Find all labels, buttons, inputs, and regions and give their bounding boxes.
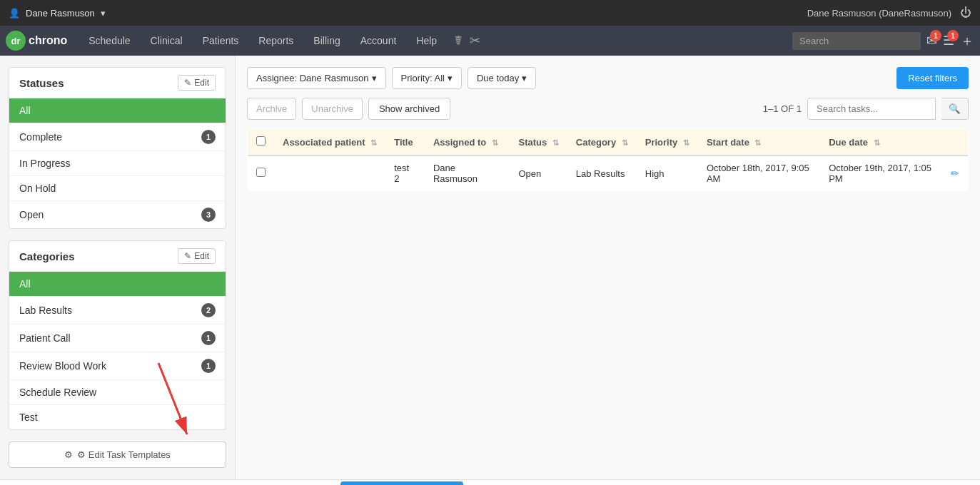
row-status: Open	[510, 155, 567, 191]
sort-arrows-due-date: ⇅	[874, 138, 880, 147]
col-category[interactable]: Category ⇅	[567, 129, 637, 156]
person-icon: 👤	[9, 8, 20, 19]
status-complete-count: 1	[201, 130, 216, 144]
statuses-edit-label: Edit	[194, 78, 209, 88]
category-schedule-review-label: Schedule Review	[19, 387, 96, 398]
status-in-progress-label: In Progress	[19, 158, 71, 169]
col-assigned-to[interactable]: Assigned to ⇅	[425, 129, 510, 156]
assignee-filter-label: Assignee: Dane Rasmuson	[256, 73, 369, 83]
category-schedule-review[interactable]: Schedule Review	[9, 380, 226, 405]
status-open[interactable]: Open 3	[9, 201, 226, 228]
category-patient-call[interactable]: Patient Call 1	[9, 325, 226, 352]
nav-patients[interactable]: Patients	[193, 26, 249, 56]
category-all-label: All	[19, 278, 31, 290]
pencil-icon: ✎	[184, 78, 191, 88]
edit-task-templates-container: ⚙ ⚙ Edit Task Templates	[9, 441, 226, 468]
row-edit-col: ✏	[942, 155, 969, 191]
messages-badge: 1	[930, 30, 941, 41]
nav-bar: dr chrono Schedule Clinical Patients Rep…	[0, 26, 980, 56]
category-lab-results[interactable]: Lab Results 2	[9, 297, 226, 325]
scissors-icon: ✂	[470, 33, 480, 48]
statuses-title: Statuses	[19, 77, 64, 89]
col-due-date[interactable]: Due date ⇅	[820, 129, 942, 156]
category-lab-results-count: 2	[201, 303, 216, 317]
col-patient[interactable]: Associated patient ⇅	[274, 129, 385, 156]
priority-filter-label: Priority: All	[401, 73, 445, 83]
category-patient-call-count: 1	[201, 331, 216, 345]
nav-account[interactable]: Account	[350, 26, 407, 56]
categories-header: Categories ✎ Edit	[9, 241, 226, 272]
sort-arrows-patient: ⇅	[370, 138, 377, 147]
category-test[interactable]: Test	[9, 405, 226, 429]
row-edit-icon[interactable]: ✏	[951, 168, 959, 179]
search-input[interactable]	[792, 32, 921, 50]
status-on-hold-label: On Hold	[19, 183, 56, 194]
status-complete[interactable]: Complete 1	[9, 123, 226, 151]
walk-me-container: ? Walk Me Through	[340, 481, 463, 486]
categories-title: Categories	[19, 250, 75, 262]
category-all[interactable]: All	[9, 272, 226, 297]
col-priority[interactable]: Priority ⇅	[637, 129, 698, 156]
notifications-button[interactable]: ☰ 1	[943, 33, 954, 48]
col-status[interactable]: Status ⇅	[510, 129, 567, 156]
select-all-checkbox[interactable]	[256, 136, 266, 146]
footer: Feedback Support ✏ ? Walk Me Through Pra…	[0, 479, 980, 485]
assignee-filter[interactable]: Assignee: Dane Rasmuson ▾	[247, 67, 386, 89]
row-due-date: October 19th, 2017, 1:05 PM	[820, 155, 942, 191]
add-button[interactable]: ＋	[960, 31, 974, 51]
col-title[interactable]: Title	[385, 129, 425, 156]
status-all[interactable]: All	[9, 98, 226, 123]
power-icon[interactable]: ⏻	[960, 6, 971, 19]
status-open-label: Open	[19, 209, 44, 220]
main-layout: Statuses ✎ Edit All Complete 1 In Progre…	[0, 56, 980, 479]
row-title: test 2	[385, 155, 425, 191]
archive-button[interactable]: Archive	[247, 98, 296, 120]
show-archived-button[interactable]: Show archived	[368, 98, 450, 120]
priority-filter[interactable]: Priority: All ▾	[392, 67, 462, 89]
unarchive-button[interactable]: Unarchive	[302, 98, 363, 120]
sidebar: Statuses ✎ Edit All Complete 1 In Progre…	[0, 56, 236, 479]
status-on-hold[interactable]: On Hold	[9, 176, 226, 201]
col-start-date[interactable]: Start date ⇅	[698, 129, 820, 156]
row-priority: High	[637, 155, 698, 191]
notifications-badge: 1	[947, 30, 959, 41]
col-actions	[942, 129, 969, 156]
top-bar-left: 👤 Dane Rasmuson ▾	[9, 8, 106, 19]
status-in-progress[interactable]: In Progress	[9, 151, 226, 176]
due-dropdown-arrow: ▾	[522, 73, 527, 83]
reset-filters-button[interactable]: Reset filters	[896, 67, 969, 89]
categories-section: Categories ✎ Edit All Lab Results 2 Pati…	[9, 240, 226, 430]
top-bar: 👤 Dane Rasmuson ▾ Dane Rasmuson (DaneRas…	[0, 0, 980, 26]
row-checkbox[interactable]	[256, 168, 266, 177]
logo[interactable]: dr chrono	[6, 31, 67, 51]
messages-button[interactable]: ✉ 1	[926, 33, 937, 48]
due-filter-label: Due today	[477, 73, 519, 83]
category-test-label: Test	[19, 412, 38, 423]
due-filter[interactable]: Due today ▾	[468, 67, 536, 89]
search-tasks-input[interactable]	[807, 98, 936, 120]
search-icon: 🔍	[949, 103, 961, 114]
edit-task-templates-label: ⚙ Edit Task Templates	[77, 449, 171, 460]
dropdown-arrow: ▾	[101, 8, 106, 19]
status-complete-label: Complete	[19, 131, 62, 143]
nav-schedule[interactable]: Schedule	[79, 26, 140, 56]
nav-icons: ☤ ✂	[454, 33, 480, 48]
categories-edit-button[interactable]: ✎ Edit	[178, 248, 216, 264]
search-tasks-button[interactable]: 🔍	[941, 98, 969, 120]
sort-arrows-priority: ⇅	[683, 138, 689, 147]
nav-clinical[interactable]: Clinical	[141, 26, 193, 56]
walk-me-button[interactable]: ? Walk Me Through	[340, 481, 463, 486]
row-assigned-to: Dane Rasmuson	[425, 155, 510, 191]
nav-help[interactable]: Help	[406, 26, 447, 56]
statuses-edit-button[interactable]: ✎ Edit	[178, 75, 216, 91]
gear-icon: ⚙	[64, 449, 73, 460]
sort-arrows-category: ⇅	[622, 138, 628, 147]
user-name: Dane Rasmuson	[26, 8, 95, 19]
nav-billing[interactable]: Billing	[303, 26, 350, 56]
status-all-label: All	[19, 105, 31, 116]
sort-arrows-assigned: ⇅	[492, 138, 498, 147]
logo-circle: dr	[6, 31, 26, 51]
edit-task-templates-button[interactable]: ⚙ ⚙ Edit Task Templates	[9, 441, 226, 468]
category-review-blood-work[interactable]: Review Blood Work 1	[9, 352, 226, 380]
nav-reports[interactable]: Reports	[248, 26, 303, 56]
